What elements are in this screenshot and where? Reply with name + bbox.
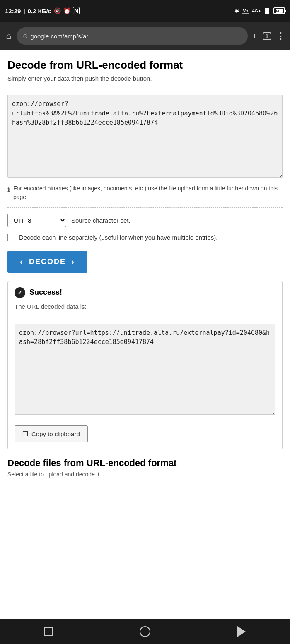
files-section-title: Decode files from URL-encoded format	[7, 458, 283, 469]
charset-select[interactable]: UTF-8 ISO-8859-1 Windows-1252 UTF-16	[7, 214, 66, 227]
nav-home-button[interactable]	[133, 621, 157, 642]
info-message: For encoded binaries (like images, docum…	[13, 184, 283, 202]
network-type: Vo	[242, 8, 249, 14]
success-box: ✓ Success! The URL decoded data is: ozon…	[7, 281, 283, 449]
page-wrapper: 12:29 | 0,2 КБ/с 🔇 ⏰ N ✱ Vo 4G+ ▐▌ 63 ⌂ …	[0, 0, 290, 644]
left-arrow-icon: ‹	[20, 257, 23, 266]
time: 12:29	[5, 7, 21, 14]
browser-actions: + 1 ⋮	[252, 30, 286, 42]
copy-button-label: Copy to clipboard	[31, 430, 80, 437]
status-bar: 12:29 | 0,2 КБ/с 🔇 ⏰ N ✱ Vo 4G+ ▐▌ 63	[0, 0, 290, 22]
decode-button-label: DECODE	[29, 257, 66, 266]
battery-icon: 63	[273, 7, 285, 14]
right-arrow-icon: ›	[72, 257, 75, 266]
battery-percent: 63	[275, 9, 279, 13]
copy-icon: ❐	[22, 430, 28, 438]
success-checkmark-icon: ✓	[15, 287, 25, 298]
nfc-icon: N	[73, 7, 80, 14]
success-title: Success!	[29, 288, 62, 297]
mute-icon: 🔇	[54, 7, 61, 14]
output-area[interactable]: ozon://browser?url=https://unitrade.alta…	[15, 324, 276, 415]
info-text: ℹ For encoded binaries (like images, doc…	[7, 184, 283, 202]
home-button[interactable]: ⌂	[4, 29, 13, 43]
url-bar[interactable]: ⊙ google.com/amp/s/ar	[17, 27, 247, 45]
signal-bars: ▐▌	[263, 8, 271, 14]
bottom-nav	[0, 619, 290, 644]
tab-count-badge[interactable]: 1	[263, 32, 271, 40]
alarm-icon: ⏰	[63, 7, 70, 14]
files-section-subtitle: Select a file to upload and decode it.	[7, 471, 283, 478]
url-security-icon: ⊙	[23, 33, 28, 39]
decode-each-line-label: Decode each line separately (useful for …	[19, 233, 218, 243]
divider-2	[7, 207, 283, 208]
checkbox-row: Decode each line separately (useful for …	[7, 233, 283, 243]
content-wrapper: Decode from URL-encoded format Simply en…	[0, 50, 290, 619]
success-header: ✓ Success!	[8, 281, 282, 303]
charset-label: Source character set.	[71, 217, 130, 224]
menu-button[interactable]: ⋮	[276, 31, 286, 41]
bluetooth-icon: ✱	[234, 8, 239, 14]
new-tab-button[interactable]: +	[252, 30, 258, 42]
status-right: ✱ Vo 4G+ ▐▌ 63	[234, 7, 285, 14]
success-subtext: The URL decoded data is:	[8, 303, 282, 314]
main-content: Decode from URL-encoded format Simply en…	[0, 50, 290, 486]
circle-icon	[140, 626, 150, 637]
url-text: google.com/amp/s/ar	[30, 33, 242, 40]
page-title: Decode from URL-encoded format	[7, 59, 283, 72]
triangle-icon	[237, 626, 246, 637]
success-divider	[15, 317, 276, 317]
network-speed: |	[23, 7, 25, 14]
copy-to-clipboard-button[interactable]: ❐ Copy to clipboard	[15, 425, 88, 442]
network-speed-value: 0,2 КБ/с	[28, 7, 51, 14]
status-left: 12:29 | 0,2 КБ/с 🔇 ⏰ N	[5, 7, 80, 14]
browser-chrome: ⌂ ⊙ google.com/amp/s/ar + 1 ⋮	[0, 22, 290, 50]
square-icon	[44, 627, 53, 636]
decode-each-line-checkbox[interactable]	[7, 234, 15, 241]
divider-1	[7, 89, 283, 89]
charset-row: UTF-8 ISO-8859-1 Windows-1252 UTF-16 Sou…	[7, 214, 283, 227]
encode-input[interactable]: ozon://browser?url=https%3A%2F%2Funitrad…	[7, 95, 283, 178]
nav-square-button[interactable]	[36, 621, 61, 642]
nav-back-button[interactable]	[229, 621, 254, 642]
lte-badge: 4G+	[252, 8, 261, 13]
page-subtitle: Simply enter your data then push the dec…	[7, 75, 283, 82]
decode-button[interactable]: ‹ DECODE ›	[7, 251, 87, 273]
info-icon: ℹ	[7, 185, 10, 195]
